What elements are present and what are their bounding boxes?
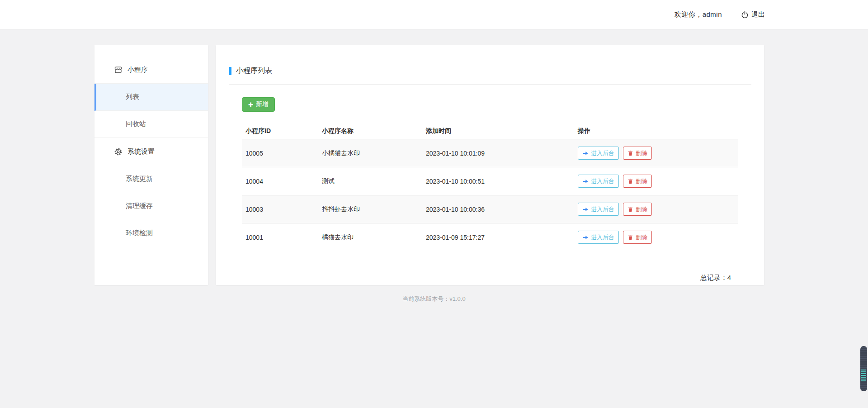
sidebar-item-label: 系统设置 [127,147,155,156]
shop-icon [113,66,123,74]
top-header: 欢迎你，admin 退出 [0,0,868,29]
sidebar-item-system-settings[interactable]: 系统设置 [94,138,208,165]
total-records: 总记录：4 [242,274,738,282]
sidebar-item-label: 环境检测 [126,229,153,237]
cell-name: 测试 [318,167,422,195]
enter-backend-button[interactable]: 进入后台 [578,231,619,244]
arrow-right-icon [582,150,589,157]
add-button[interactable]: ✚ 新增 [242,97,275,112]
sidebar-item-clear-cache[interactable]: 清理缓存 [94,192,208,219]
column-header-time: 添加时间 [422,123,574,139]
total-label: 总记录： [700,274,727,281]
cell-name: 抖抖虾去水印 [318,195,422,223]
sidebar: 小程序 列表 回收站 系统设置 系统更新 清理缓存 [94,45,208,285]
version-footer: 当前系统版本号：v1.0.0 [0,295,868,303]
table-header-row: 小程序ID 小程序名称 添加时间 操作 [242,123,738,139]
arrow-right-icon [582,206,589,213]
trash-icon [627,234,633,240]
content-area: 小程序 列表 回收站 系统设置 系统更新 清理缓存 [94,45,764,285]
sidebar-item-label: 清理缓存 [126,202,153,210]
gear-icon [113,147,123,156]
scroll-minimap-highlight [861,370,866,382]
welcome-text: 欢迎你，admin [675,10,722,19]
sidebar-item-recycle-bin[interactable]: 回收站 [94,111,208,138]
table-row: 10001 橘猫去水印 2023-01-09 15:17:27 [242,223,738,251]
enter-backend-button[interactable]: 进入后台 [578,175,619,188]
sidebar-menu: 小程序 列表 回收站 系统设置 系统更新 清理缓存 [94,57,208,247]
main-panel: 小程序列表 ✚ 新增 小程序ID 小程序名称 添加时间 操作 1000 [216,45,764,285]
table-row: 10005 小橘猫去水印 2023-01-10 10:01:09 [242,139,738,167]
cell-time: 2023-01-09 15:17:27 [422,223,574,251]
column-header-id: 小程序ID [242,123,318,139]
logout-button[interactable]: 退出 [741,10,765,19]
cell-actions: 进入后台 删除 [574,223,738,251]
total-value: 4 [727,274,731,281]
cell-time: 2023-01-10 10:01:09 [422,139,574,167]
cell-time: 2023-01-10 10:00:51 [422,167,574,195]
enter-backend-button[interactable]: 进入后台 [578,203,619,216]
trash-icon [627,150,633,156]
delete-button[interactable]: 删除 [623,203,652,216]
table-row: 10004 测试 2023-01-10 10:00:51 进入后 [242,167,738,195]
table-row: 10003 抖抖虾去水印 2023-01-10 10:00:36 [242,195,738,223]
delete-button[interactable]: 删除 [623,175,652,188]
cell-name: 橘猫去水印 [318,223,422,251]
cell-actions: 进入后台 删除 [574,167,738,195]
delete-button[interactable]: 删除 [623,147,652,160]
enter-backend-button[interactable]: 进入后台 [578,147,619,160]
cell-time: 2023-01-10 10:00:36 [422,195,574,223]
cell-id: 10001 [242,223,318,251]
sidebar-item-mini-programs[interactable]: 小程序 [94,57,208,84]
cell-id: 10003 [242,195,318,223]
sidebar-item-label: 列表 [126,93,139,101]
sidebar-item-label: 系统更新 [126,175,153,183]
mini-program-table: 小程序ID 小程序名称 添加时间 操作 10005 小橘猫去水印 2023-01… [242,123,738,251]
version-text: 当前系统版本号：v1.0.0 [402,295,465,302]
plus-icon: ✚ [248,102,253,108]
trash-icon [627,206,633,212]
logout-label: 退出 [751,10,765,19]
table-body: 10005 小橘猫去水印 2023-01-10 10:01:09 [242,139,738,251]
sidebar-item-system-update[interactable]: 系统更新 [94,165,208,192]
page-title: 小程序列表 [236,66,272,76]
sidebar-item-label: 小程序 [127,66,148,74]
panel-body: ✚ 新增 小程序ID 小程序名称 添加时间 操作 10005 小橘猫去水印 20… [216,85,764,282]
delete-button[interactable]: 删除 [623,231,652,244]
sidebar-item-label: 回收站 [126,120,146,128]
cell-id: 10004 [242,167,318,195]
cell-actions: 进入后台 删除 [574,139,738,167]
sidebar-item-list[interactable]: 列表 [94,84,208,111]
power-icon [741,11,749,19]
arrow-right-icon [582,178,589,185]
column-header-action: 操作 [574,123,738,139]
title-marker [229,67,231,75]
column-header-name: 小程序名称 [318,123,422,139]
scroll-minimap[interactable] [860,346,867,391]
cell-actions: 进入后台 删除 [574,195,738,223]
arrow-right-icon [582,234,589,241]
add-button-label: 新增 [256,100,269,109]
trash-icon [627,178,633,184]
cell-name: 小橘猫去水印 [318,139,422,167]
cell-id: 10005 [242,139,318,167]
panel-header: 小程序列表 [229,45,751,85]
sidebar-item-environment-check[interactable]: 环境检测 [94,219,208,247]
